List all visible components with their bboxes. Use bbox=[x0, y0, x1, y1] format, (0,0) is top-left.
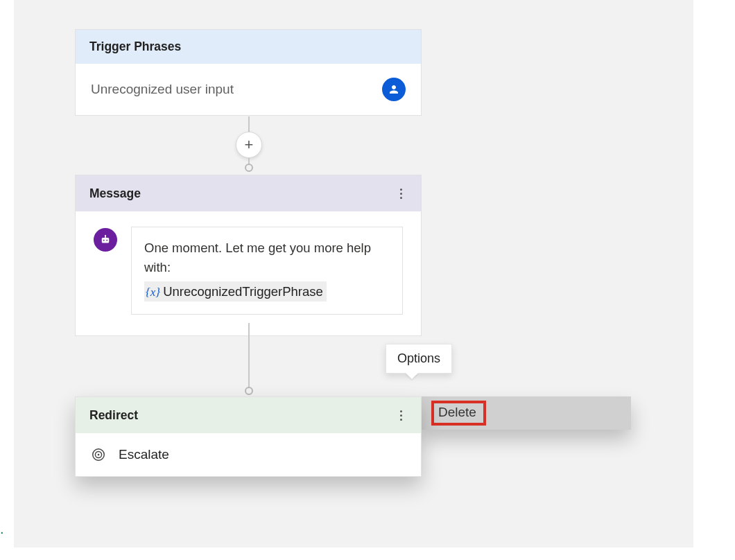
add-node-button[interactable]: + bbox=[236, 132, 262, 158]
redirect-header-title: Redirect bbox=[89, 408, 138, 423]
variable-chip[interactable]: {x}UnrecognizedTriggerPhrase bbox=[144, 281, 327, 302]
user-icon bbox=[382, 78, 406, 101]
redirect-options-button[interactable] bbox=[395, 407, 407, 423]
bot-icon bbox=[94, 228, 117, 252]
message-content[interactable]: One moment. Let me get you more help wit… bbox=[131, 227, 403, 315]
trigger-phrases-node[interactable]: Trigger Phrases Unrecognized user input bbox=[75, 29, 422, 116]
svg-point-2 bbox=[106, 240, 107, 241]
svg-point-7 bbox=[98, 454, 100, 456]
context-menu[interactable]: Delete bbox=[422, 396, 631, 430]
message-text: One moment. Let me get you more help wit… bbox=[144, 240, 371, 274]
escalate-icon bbox=[91, 447, 106, 462]
connector-dot bbox=[245, 164, 253, 172]
redirect-body: Escalate bbox=[76, 433, 421, 476]
trigger-phrases-text: Unrecognized user input bbox=[91, 82, 234, 97]
message-options-button[interactable] bbox=[395, 185, 407, 202]
trigger-phrases-body: Unrecognized user input bbox=[76, 64, 421, 115]
message-header: Message bbox=[76, 175, 421, 211]
variable-name: UnrecognizedTriggerPhrase bbox=[163, 284, 323, 299]
redirect-header: Redirect bbox=[76, 397, 421, 433]
message-header-title: Message bbox=[89, 186, 141, 201]
svg-point-1 bbox=[103, 240, 105, 241]
message-body: One moment. Let me get you more help wit… bbox=[76, 211, 421, 335]
step-number: . bbox=[0, 521, 4, 537]
delete-menu-item[interactable]: Delete bbox=[431, 401, 486, 426]
svg-point-4 bbox=[105, 235, 106, 236]
message-node[interactable]: Message One moment. Let me get you more … bbox=[75, 175, 422, 336]
connector-line bbox=[248, 323, 250, 392]
trigger-phrases-header: Trigger Phrases bbox=[76, 30, 421, 64]
redirect-node[interactable]: Redirect Escalate bbox=[75, 396, 422, 477]
redirect-target: Escalate bbox=[119, 447, 169, 462]
connector-dot bbox=[245, 387, 253, 395]
svg-rect-0 bbox=[102, 238, 110, 243]
authoring-canvas: Trigger Phrases Unrecognized user input … bbox=[14, 0, 693, 548]
options-tooltip: Options bbox=[386, 344, 452, 374]
variable-icon: {x} bbox=[146, 286, 160, 299]
